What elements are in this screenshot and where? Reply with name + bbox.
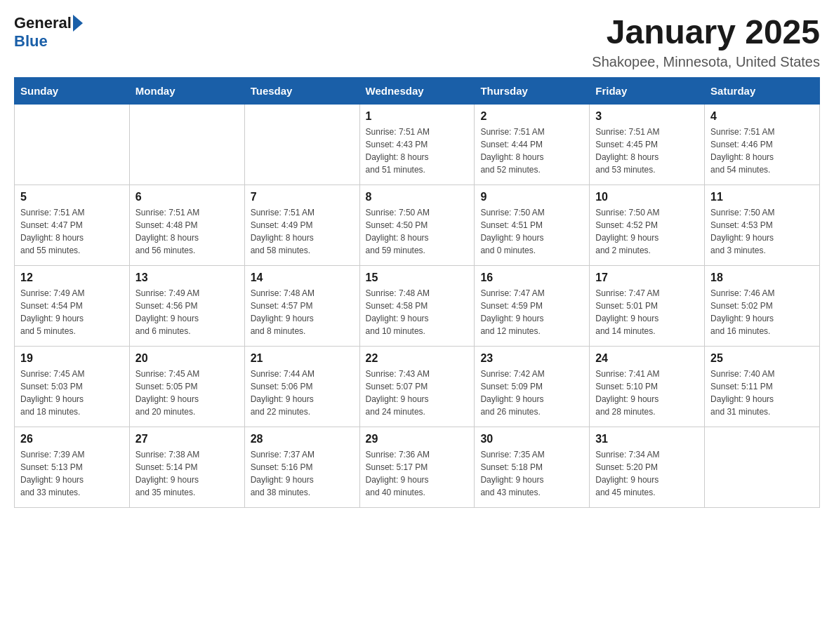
logo: General Blue xyxy=(14,14,84,51)
calendar-cell: 26Sunrise: 7:39 AM Sunset: 5:13 PM Dayli… xyxy=(15,427,130,507)
weekday-header-row: SundayMondayTuesdayWednesdayThursdayFrid… xyxy=(15,77,820,104)
logo-general-text: General xyxy=(14,14,72,32)
calendar-cell: 8Sunrise: 7:50 AM Sunset: 4:50 PM Daylig… xyxy=(359,185,475,265)
day-info: Sunrise: 7:38 AM Sunset: 5:14 PM Dayligh… xyxy=(135,450,199,497)
calendar-cell: 31Sunrise: 7:34 AM Sunset: 5:20 PM Dayli… xyxy=(590,427,705,507)
weekday-header-monday: Monday xyxy=(129,77,244,104)
calendar-cell xyxy=(129,104,244,185)
day-info: Sunrise: 7:51 AM Sunset: 4:43 PM Dayligh… xyxy=(366,127,430,175)
calendar-cell: 14Sunrise: 7:48 AM Sunset: 4:57 PM Dayli… xyxy=(244,265,359,346)
day-info: Sunrise: 7:45 AM Sunset: 5:05 PM Dayligh… xyxy=(135,369,199,417)
day-number: 9 xyxy=(480,191,583,203)
day-info: Sunrise: 7:40 AM Sunset: 5:11 PM Dayligh… xyxy=(710,369,774,417)
day-info: Sunrise: 7:50 AM Sunset: 4:50 PM Dayligh… xyxy=(366,208,430,255)
calendar-cell xyxy=(705,427,820,507)
day-info: Sunrise: 7:43 AM Sunset: 5:07 PM Dayligh… xyxy=(366,369,430,417)
day-info: Sunrise: 7:34 AM Sunset: 5:20 PM Dayligh… xyxy=(595,450,659,497)
calendar-table: SundayMondayTuesdayWednesdayThursdayFrid… xyxy=(14,77,820,508)
calendar-cell: 19Sunrise: 7:45 AM Sunset: 5:03 PM Dayli… xyxy=(15,346,130,427)
day-info: Sunrise: 7:47 AM Sunset: 4:59 PM Dayligh… xyxy=(480,288,544,336)
day-number: 30 xyxy=(480,433,583,445)
day-info: Sunrise: 7:42 AM Sunset: 5:09 PM Dayligh… xyxy=(480,369,544,417)
day-number: 14 xyxy=(251,271,354,284)
day-info: Sunrise: 7:51 AM Sunset: 4:47 PM Dayligh… xyxy=(20,208,84,255)
calendar-week-row: 5Sunrise: 7:51 AM Sunset: 4:47 PM Daylig… xyxy=(15,185,820,265)
day-info: Sunrise: 7:39 AM Sunset: 5:13 PM Dayligh… xyxy=(20,450,84,497)
day-number: 31 xyxy=(595,433,699,445)
day-number: 15 xyxy=(366,271,469,284)
calendar-week-row: 1Sunrise: 7:51 AM Sunset: 4:43 PM Daylig… xyxy=(15,104,820,185)
calendar-week-row: 12Sunrise: 7:49 AM Sunset: 4:54 PM Dayli… xyxy=(15,265,820,346)
day-number: 27 xyxy=(135,433,239,445)
day-number: 6 xyxy=(135,191,239,203)
weekday-header-wednesday: Wednesday xyxy=(359,77,475,104)
logo-blue-text: Blue xyxy=(14,32,48,51)
day-number: 18 xyxy=(710,271,814,284)
day-number: 20 xyxy=(135,352,239,365)
calendar-cell: 29Sunrise: 7:36 AM Sunset: 5:17 PM Dayli… xyxy=(359,427,475,507)
day-info: Sunrise: 7:36 AM Sunset: 5:17 PM Dayligh… xyxy=(366,450,430,497)
weekday-header-saturday: Saturday xyxy=(705,77,820,104)
day-number: 17 xyxy=(595,271,699,284)
day-info: Sunrise: 7:44 AM Sunset: 5:06 PM Dayligh… xyxy=(251,369,315,417)
day-number: 8 xyxy=(366,191,469,203)
day-info: Sunrise: 7:48 AM Sunset: 4:57 PM Dayligh… xyxy=(251,288,315,336)
day-number: 10 xyxy=(595,191,699,203)
calendar-cell: 20Sunrise: 7:45 AM Sunset: 5:05 PM Dayli… xyxy=(129,346,244,427)
month-title: January 2025 xyxy=(592,14,820,51)
day-number: 26 xyxy=(20,433,124,445)
day-info: Sunrise: 7:46 AM Sunset: 5:02 PM Dayligh… xyxy=(710,288,774,336)
day-info: Sunrise: 7:50 AM Sunset: 4:51 PM Dayligh… xyxy=(480,208,544,255)
weekday-header-thursday: Thursday xyxy=(475,77,590,104)
calendar-cell: 21Sunrise: 7:44 AM Sunset: 5:06 PM Dayli… xyxy=(244,346,359,427)
calendar-cell: 7Sunrise: 7:51 AM Sunset: 4:49 PM Daylig… xyxy=(244,185,359,265)
calendar-cell: 30Sunrise: 7:35 AM Sunset: 5:18 PM Dayli… xyxy=(475,427,590,507)
calendar-cell xyxy=(244,104,359,185)
calendar-cell xyxy=(15,104,130,185)
calendar-cell: 3Sunrise: 7:51 AM Sunset: 4:45 PM Daylig… xyxy=(590,104,705,185)
weekday-header-tuesday: Tuesday xyxy=(244,77,359,104)
calendar-cell: 12Sunrise: 7:49 AM Sunset: 4:54 PM Dayli… xyxy=(15,265,130,346)
day-number: 5 xyxy=(20,191,124,203)
calendar-cell: 27Sunrise: 7:38 AM Sunset: 5:14 PM Dayli… xyxy=(129,427,244,507)
day-info: Sunrise: 7:41 AM Sunset: 5:10 PM Dayligh… xyxy=(595,369,659,417)
day-number: 22 xyxy=(366,352,469,365)
calendar-cell: 9Sunrise: 7:50 AM Sunset: 4:51 PM Daylig… xyxy=(475,185,590,265)
day-number: 4 xyxy=(710,110,814,123)
day-number: 11 xyxy=(710,191,814,203)
calendar-cell: 18Sunrise: 7:46 AM Sunset: 5:02 PM Dayli… xyxy=(705,265,820,346)
day-info: Sunrise: 7:37 AM Sunset: 5:16 PM Dayligh… xyxy=(251,450,315,497)
page-header: General Blue January 2025 Shakopee, Minn… xyxy=(14,14,820,70)
calendar-cell: 6Sunrise: 7:51 AM Sunset: 4:48 PM Daylig… xyxy=(129,185,244,265)
day-number: 29 xyxy=(366,433,469,445)
day-number: 2 xyxy=(480,110,583,123)
calendar-cell: 13Sunrise: 7:49 AM Sunset: 4:56 PM Dayli… xyxy=(129,265,244,346)
calendar-cell: 23Sunrise: 7:42 AM Sunset: 5:09 PM Dayli… xyxy=(475,346,590,427)
day-info: Sunrise: 7:47 AM Sunset: 5:01 PM Dayligh… xyxy=(595,288,659,336)
day-info: Sunrise: 7:51 AM Sunset: 4:44 PM Dayligh… xyxy=(480,127,544,175)
day-info: Sunrise: 7:49 AM Sunset: 4:54 PM Dayligh… xyxy=(20,288,84,336)
calendar-cell: 28Sunrise: 7:37 AM Sunset: 5:16 PM Dayli… xyxy=(244,427,359,507)
day-info: Sunrise: 7:50 AM Sunset: 4:53 PM Dayligh… xyxy=(710,208,774,255)
day-number: 12 xyxy=(20,271,124,284)
day-number: 23 xyxy=(480,352,583,365)
weekday-header-friday: Friday xyxy=(590,77,705,104)
calendar-cell: 17Sunrise: 7:47 AM Sunset: 5:01 PM Dayli… xyxy=(590,265,705,346)
calendar-cell: 11Sunrise: 7:50 AM Sunset: 4:53 PM Dayli… xyxy=(705,185,820,265)
day-number: 28 xyxy=(251,433,354,445)
calendar-cell: 15Sunrise: 7:48 AM Sunset: 4:58 PM Dayli… xyxy=(359,265,475,346)
day-number: 13 xyxy=(135,271,239,284)
calendar-cell: 24Sunrise: 7:41 AM Sunset: 5:10 PM Dayli… xyxy=(590,346,705,427)
day-number: 7 xyxy=(251,191,354,203)
day-info: Sunrise: 7:51 AM Sunset: 4:49 PM Dayligh… xyxy=(251,208,315,255)
day-info: Sunrise: 7:51 AM Sunset: 4:46 PM Dayligh… xyxy=(710,127,774,175)
calendar-cell: 16Sunrise: 7:47 AM Sunset: 4:59 PM Dayli… xyxy=(475,265,590,346)
day-number: 3 xyxy=(595,110,699,123)
calendar-cell: 1Sunrise: 7:51 AM Sunset: 4:43 PM Daylig… xyxy=(359,104,475,185)
day-info: Sunrise: 7:48 AM Sunset: 4:58 PM Dayligh… xyxy=(366,288,430,336)
day-info: Sunrise: 7:51 AM Sunset: 4:45 PM Dayligh… xyxy=(595,127,659,175)
day-info: Sunrise: 7:49 AM Sunset: 4:56 PM Dayligh… xyxy=(135,288,199,336)
calendar-week-row: 26Sunrise: 7:39 AM Sunset: 5:13 PM Dayli… xyxy=(15,427,820,507)
day-number: 24 xyxy=(595,352,699,365)
location-subtitle: Shakopee, Minnesota, United States xyxy=(592,54,820,70)
